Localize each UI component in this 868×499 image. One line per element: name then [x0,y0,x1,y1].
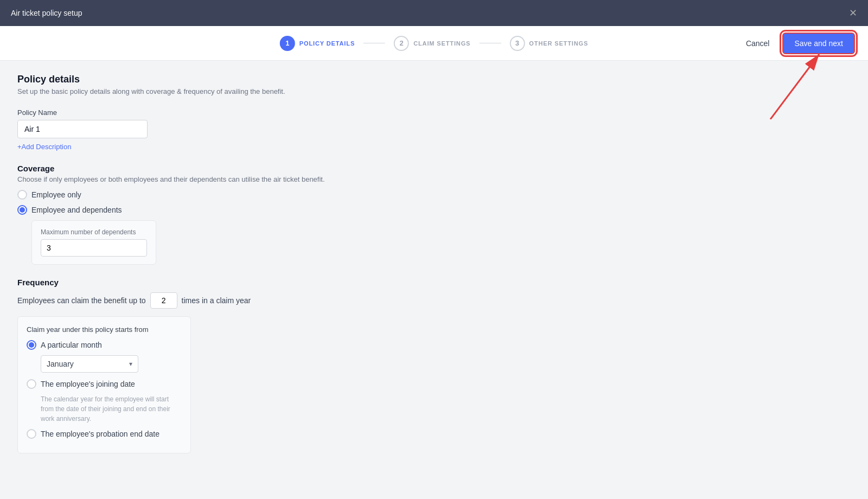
frequency-title: Frequency [17,278,471,287]
month-select[interactable]: January ▾ [41,355,138,373]
employee-dependents-label: Employee and dependents [31,206,122,214]
particular-month-radio[interactable] [27,340,36,350]
frequency-input[interactable] [150,292,177,309]
policy-name-field: Policy Name [17,108,471,138]
stepper: 1 POLICY DETAILS 2 CLAIM SETTINGS 3 OTHE… [271,36,597,51]
top-bar: Air ticket policy setup ✕ [0,0,868,26]
coverage-title: Coverage [17,164,471,173]
coverage-section: Coverage Choose if only employees or bot… [17,164,471,265]
policy-name-label: Policy Name [17,108,471,117]
frequency-prefix: Employees can claim the benefit up to [17,296,146,305]
probation-end-option[interactable]: The employee's probation end date [27,429,182,439]
dependents-input[interactable] [41,239,147,257]
save-and-next-button[interactable]: Save and next [782,33,855,54]
employee-only-radio[interactable] [17,190,27,200]
radio-inner-dot [20,207,25,213]
step-2-circle: 2 [394,36,409,51]
step-divider-2 [479,43,501,43]
step-divider-1 [363,43,385,43]
probation-end-radio[interactable] [27,429,36,439]
step-3-label: OTHER SETTINGS [529,40,588,47]
joining-date-label: The employee's joining date [41,380,135,388]
frequency-suffix: times in a claim year [182,296,251,305]
policy-name-input[interactable] [17,120,148,138]
joining-date-option[interactable]: The employee's joining date [27,379,182,389]
step-3[interactable]: 3 OTHER SETTINGS [501,36,597,51]
step-1-circle: 1 [280,36,295,51]
dependents-box: Maximum number of dependents [31,220,156,265]
employee-only-option[interactable]: Employee only [17,190,471,200]
probation-end-label: The employee's probation end date [41,430,159,438]
employee-dependents-option[interactable]: Employee and dependents [17,205,471,215]
radio-inner-month [29,342,34,348]
step-2-label: CLAIM SETTINGS [413,40,470,47]
step-1-label: POLICY DETAILS [299,40,355,47]
nav-actions: Cancel Save and next [739,33,855,54]
chevron-down-icon: ▾ [129,360,132,368]
nav-bar: 1 POLICY DETAILS 2 CLAIM SETTINGS 3 OTHE… [0,26,868,61]
content-area: Policy details Set up the basic policy d… [0,61,488,466]
coverage-description: Choose if only employees or both employe… [17,175,471,183]
step-1[interactable]: 1 POLICY DETAILS [271,36,363,51]
section-description: Set up the basic policy details along wi… [17,87,471,95]
joining-date-radio[interactable] [27,379,36,389]
particular-month-option[interactable]: A particular month [27,340,182,350]
frequency-row: Employees can claim the benefit up to ti… [17,292,471,309]
dependents-label: Maximum number of dependents [41,228,147,236]
employee-dependents-radio[interactable] [17,205,27,215]
claim-year-box: Claim year under this policy starts from… [17,316,191,453]
cancel-button[interactable]: Cancel [739,35,776,52]
section-title: Policy details [17,74,471,85]
employee-only-label: Employee only [31,190,81,199]
step-2[interactable]: 2 CLAIM SETTINGS [385,36,479,51]
joining-date-description: The calendar year for the employee will … [41,394,182,424]
month-select-value: January [47,360,74,368]
close-icon[interactable]: ✕ [849,7,857,19]
app-title: Air ticket policy setup [11,9,82,17]
svg-line-1 [770,54,819,119]
step-3-circle: 3 [509,36,525,51]
frequency-section: Frequency Employees can claim the benefi… [17,278,471,453]
claim-year-title: Claim year under this policy starts from [27,325,182,334]
particular-month-label: A particular month [41,341,102,349]
add-description-link[interactable]: +Add Description [17,143,71,151]
